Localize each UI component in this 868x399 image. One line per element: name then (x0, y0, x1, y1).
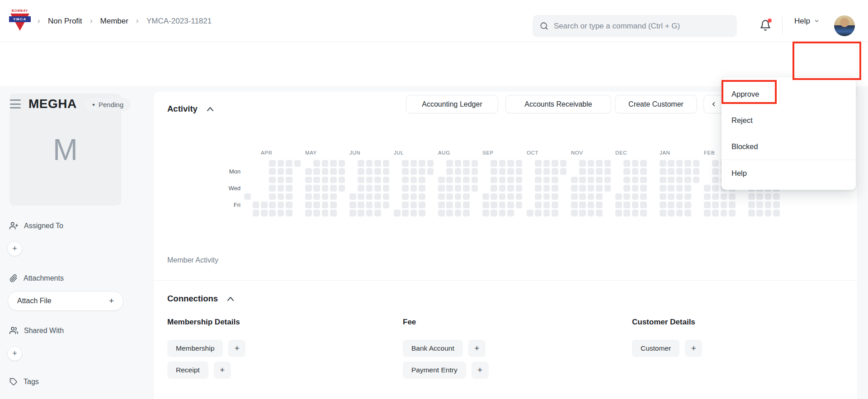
heatmap-cell (499, 168, 506, 175)
heatmap-cell (507, 177, 514, 183)
add-assignment-button[interactable]: + (7, 241, 22, 256)
membership-link[interactable]: Membership (167, 340, 223, 357)
heatmap-month-label: JUL (394, 150, 404, 155)
heatmap-cell (339, 160, 345, 167)
heatmap-cell (410, 210, 417, 216)
help-dropdown[interactable]: Help (794, 0, 820, 42)
sidebar-toggle-button[interactable] (10, 99, 21, 108)
heatmap-cell (596, 160, 603, 167)
collapse-connections-button[interactable] (227, 296, 234, 301)
heatmap-cell (330, 177, 337, 183)
heatmap-month-label: DEC (615, 150, 627, 155)
add-payment-entry-button[interactable]: + (472, 361, 489, 379)
heatmap-cell (366, 210, 373, 216)
heatmap-cell (383, 193, 390, 200)
heatmap-month-label: JUN (349, 150, 360, 155)
collapse-activity-button[interactable] (207, 107, 214, 112)
heatmap-cell (463, 185, 470, 192)
heatmap-cell (660, 168, 666, 175)
heatmap-cell (588, 202, 594, 208)
customer-details-label: Customer Details (632, 318, 695, 327)
heatmap-cell (596, 193, 603, 200)
heatmap-cell (579, 202, 586, 208)
heatmap-cell (374, 185, 381, 192)
bank-account-link[interactable]: Bank Account (403, 340, 463, 357)
heatmap-cell (366, 168, 373, 175)
heatmap-cell (604, 185, 611, 192)
payment-entry-link[interactable]: Payment Entry (403, 361, 466, 379)
heatmap-month-label: JAN (660, 150, 670, 155)
heatmap-cell (615, 202, 622, 208)
heatmap-cell (748, 210, 755, 216)
heatmap-cell (463, 177, 470, 183)
heatmap-cell (313, 185, 320, 192)
heatmap-cell (660, 210, 666, 216)
search-input[interactable] (554, 22, 730, 31)
heatmap-cell (668, 193, 675, 200)
heatmap-cell (491, 185, 497, 192)
heatmap-cell (623, 202, 630, 208)
heatmap-cell (615, 193, 622, 200)
customer-link[interactable]: Customer (632, 340, 679, 357)
user-avatar[interactable] (834, 15, 855, 36)
menu-item-approve[interactable]: Approve (722, 81, 856, 107)
heatmap-cell (535, 160, 542, 167)
heatmap-cell (374, 160, 381, 167)
heatmap-month-label: OCT (527, 150, 538, 155)
breadcrumb-item-nonprofit[interactable]: Non Profit (48, 17, 82, 26)
heatmap-cell (358, 160, 364, 167)
global-search[interactable] (533, 15, 737, 37)
menu-item-reject[interactable]: Reject (722, 107, 856, 133)
add-share-button[interactable]: + (7, 346, 22, 361)
attach-file-button[interactable]: Attach File + (8, 291, 123, 311)
add-receipt-button[interactable]: + (214, 361, 231, 379)
heatmap-cell (253, 210, 259, 216)
add-membership-button[interactable]: + (228, 340, 245, 357)
menu-item-blocked[interactable]: Blocked (722, 133, 856, 160)
heatmap-cell (588, 168, 594, 175)
heatmap-cell (660, 177, 666, 183)
previous-document-button[interactable] (703, 95, 723, 113)
heatmap-cell (684, 168, 691, 175)
logo-text-ymca: YMCA (9, 16, 31, 22)
heatmap-month-label: FEB (704, 150, 715, 155)
add-customer-button[interactable]: + (685, 340, 702, 357)
heatmap-cell (560, 160, 567, 167)
heatmap-month-label: MAY (305, 150, 317, 155)
heatmap-cell (507, 160, 514, 167)
ymca-logo[interactable]: BOMBAY YMCA (9, 9, 31, 34)
heatmap-cell (507, 210, 514, 216)
receipt-link[interactable]: Receipt (167, 361, 208, 379)
heatmap-cell (349, 202, 356, 208)
add-bank-account-button[interactable]: + (468, 340, 486, 357)
heatmap-cell (623, 168, 630, 175)
notification-dot (768, 19, 772, 23)
heatmap-day-label: Fri (154, 202, 241, 208)
heatmap-cell (410, 193, 417, 200)
status-label: Pending (99, 101, 123, 108)
menu-item-help[interactable]: Help (722, 160, 856, 186)
heatmap-cell (579, 185, 586, 192)
heatmap-cell (543, 210, 550, 216)
heatmap-cell (588, 210, 594, 216)
accounts-receivable-button[interactable]: Accounts Receivable (505, 95, 611, 113)
heatmap-cell (535, 168, 542, 175)
heatmap-cell (366, 177, 373, 183)
connections-section-title: Connections (167, 294, 218, 304)
accounting-ledger-button[interactable]: Accounting Ledger (406, 95, 498, 113)
heatmap-cell (269, 177, 276, 183)
heatmap-cell (322, 202, 329, 208)
heatmap-cell (765, 193, 772, 200)
create-customer-button[interactable]: Create Customer (615, 95, 697, 113)
heatmap-cell (446, 185, 453, 192)
heatmap-cell (756, 210, 763, 216)
heatmap-cell (571, 193, 578, 200)
breadcrumb-item-member[interactable]: Member (100, 17, 128, 26)
notification-bell-button[interactable] (760, 19, 772, 32)
heatmap-cell (419, 210, 425, 216)
heatmap-cell (269, 185, 276, 192)
paperclip-icon (9, 274, 18, 282)
heatmap-cell (552, 160, 558, 167)
tags-label: Tags (24, 378, 39, 386)
heatmap-cell (446, 177, 453, 183)
